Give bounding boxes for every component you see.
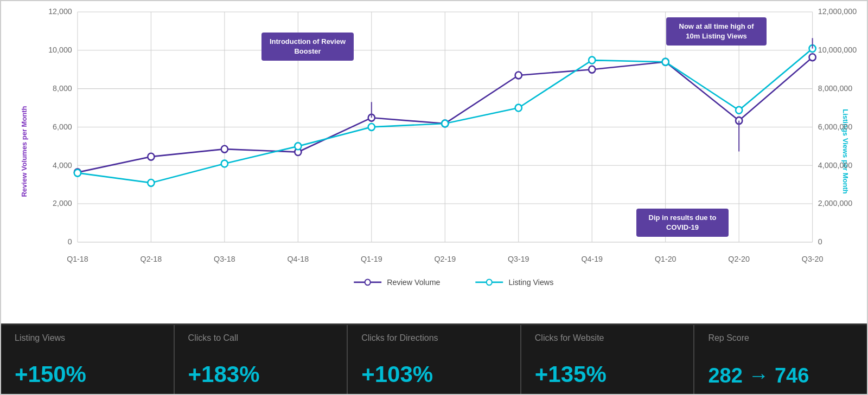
svg-text:4,000: 4,000 bbox=[53, 160, 72, 169]
svg-text:0: 0 bbox=[818, 237, 822, 246]
annotation-review-booster: Introduction of Review Booster bbox=[261, 33, 354, 61]
svg-text:0: 0 bbox=[68, 237, 72, 246]
svg-text:Q1-20: Q1-20 bbox=[655, 255, 676, 263]
lv-dot-1 bbox=[74, 170, 81, 177]
lv-dot-7 bbox=[515, 105, 522, 112]
svg-text:Q3-18: Q3-18 bbox=[214, 255, 235, 263]
legend-review-volume: Review Volume bbox=[387, 278, 440, 287]
stats-bar: Listing Views+150%Clicks to Call+183%Cli… bbox=[1, 323, 867, 394]
svg-text:Q4-18: Q4-18 bbox=[288, 255, 309, 263]
stat-item-2: Clicks for Directions+103% bbox=[348, 325, 521, 394]
legend-listing-views: Listing Views bbox=[508, 278, 553, 287]
rv-dot-8 bbox=[589, 66, 595, 73]
svg-text:12,000,000: 12,000,000 bbox=[818, 7, 857, 16]
lv-dot-6 bbox=[442, 120, 448, 127]
stat-value-1: +183% bbox=[188, 363, 334, 386]
svg-text:Q3-20: Q3-20 bbox=[802, 255, 824, 263]
rv-dot-11 bbox=[809, 54, 816, 61]
svg-text:Q1-19: Q1-19 bbox=[361, 255, 382, 263]
main-container: Review Volumes per Month Listings Views … bbox=[0, 0, 868, 395]
chart-area: Review Volumes per Month Listings Views … bbox=[1, 1, 867, 323]
y-axis-left: Review Volumes per Month bbox=[1, 12, 47, 291]
stat-value-0: +150% bbox=[15, 363, 160, 386]
svg-point-45 bbox=[365, 280, 371, 286]
svg-text:Q2-18: Q2-18 bbox=[141, 255, 162, 263]
chart-svg: 0 2,000 4,000 6,000 8,000 10,000 12,000 … bbox=[50, 12, 824, 291]
svg-text:10,000,000: 10,000,000 bbox=[818, 46, 857, 54]
stat-item-4: Rep Score282 → 746 bbox=[694, 325, 867, 394]
svg-text:Q1-18: Q1-18 bbox=[67, 255, 88, 263]
svg-text:6,000: 6,000 bbox=[53, 122, 72, 131]
rv-dot-3 bbox=[221, 146, 228, 153]
lv-dot-9 bbox=[662, 59, 669, 66]
stat-value-2: +103% bbox=[361, 363, 507, 386]
rv-dot-2 bbox=[148, 153, 154, 160]
stat-label-4: Rep Score bbox=[708, 333, 853, 343]
svg-text:12,000: 12,000 bbox=[48, 7, 72, 16]
chart-inner: 0 2,000 4,000 6,000 8,000 10,000 12,000 … bbox=[50, 12, 824, 291]
lv-dot-8 bbox=[589, 57, 595, 64]
svg-text:8,000,000: 8,000,000 bbox=[818, 84, 852, 93]
svg-text:8,000: 8,000 bbox=[53, 84, 72, 93]
y-axis-left-label: Review Volumes per Month bbox=[20, 106, 28, 197]
svg-text:6,000,000: 6,000,000 bbox=[818, 122, 852, 131]
svg-text:10,000: 10,000 bbox=[48, 46, 72, 54]
svg-text:2,000: 2,000 bbox=[53, 199, 72, 208]
svg-text:Q2-19: Q2-19 bbox=[434, 255, 456, 263]
svg-text:Q3-19: Q3-19 bbox=[508, 255, 529, 263]
svg-text:Q2-20: Q2-20 bbox=[728, 255, 750, 263]
svg-text:Q4-19: Q4-19 bbox=[581, 255, 603, 263]
lv-dot-4 bbox=[295, 143, 301, 150]
annotation-covid: Dip in results due to COVID-19 bbox=[636, 209, 729, 237]
stat-item-3: Clicks for Website+135% bbox=[521, 325, 695, 394]
rv-dot-7 bbox=[515, 72, 522, 79]
svg-text:2,000,000: 2,000,000 bbox=[818, 199, 852, 208]
annotation-all-time-high: Now at all time high of 10m Listing View… bbox=[666, 17, 767, 46]
lv-dot-5 bbox=[368, 124, 375, 131]
lv-dot-10 bbox=[736, 107, 742, 114]
svg-text:4,000,000: 4,000,000 bbox=[818, 160, 852, 169]
stat-label-2: Clicks for Directions bbox=[361, 333, 507, 343]
stat-item-0: Listing Views+150% bbox=[1, 325, 175, 394]
stat-label-3: Clicks for Website bbox=[535, 333, 680, 343]
stat-label-0: Listing Views bbox=[15, 333, 160, 343]
lv-dot-2 bbox=[148, 179, 154, 186]
svg-point-47 bbox=[487, 280, 492, 286]
stat-label-1: Clicks to Call bbox=[188, 333, 334, 343]
stat-value-3: +135% bbox=[535, 363, 680, 386]
stat-value-4: 282 → 746 bbox=[708, 365, 853, 386]
stat-item-1: Clicks to Call+183% bbox=[175, 325, 348, 394]
lv-dot-3 bbox=[221, 160, 228, 167]
